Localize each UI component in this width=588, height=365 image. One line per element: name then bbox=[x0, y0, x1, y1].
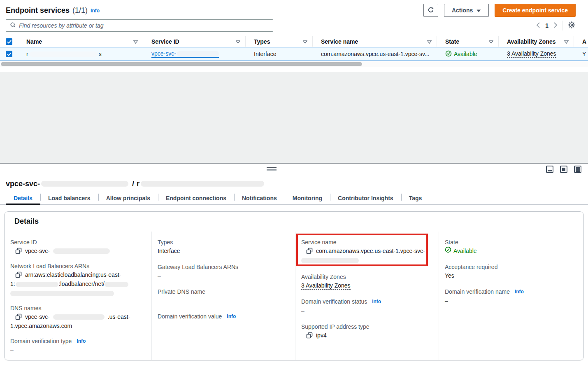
table-preferences-button[interactable] bbox=[568, 21, 576, 30]
field-service-name: Service name com.amazonaws.vpce.us-east-… bbox=[301, 238, 430, 264]
check-circle-icon bbox=[445, 246, 451, 255]
details-column-1: Service ID vpce-svc- Network Load Balanc… bbox=[5, 232, 152, 360]
redacted-lb-name bbox=[105, 282, 128, 287]
search-box[interactable] bbox=[6, 19, 273, 32]
details-column-2: Types Interface Gateway Load Balancers A… bbox=[152, 232, 295, 360]
redacted-dns bbox=[53, 314, 105, 320]
copy-icon[interactable] bbox=[15, 271, 22, 278]
horizontal-scrollbar-thumb[interactable] bbox=[1, 62, 362, 66]
availability-zones-link[interactable]: 3 Availability Zones bbox=[301, 282, 351, 290]
copy-icon[interactable] bbox=[306, 332, 313, 339]
field-state: State Available bbox=[445, 238, 575, 255]
current-page-number[interactable]: 1 bbox=[545, 22, 548, 29]
details-card: Details Service ID vpce-svc- bbox=[4, 211, 584, 360]
select-all-cell bbox=[0, 36, 18, 47]
info-link[interactable]: Info bbox=[372, 299, 381, 304]
cell-service-name: com.amazonaws.vpce.us-east-1.vpce-sv... bbox=[313, 47, 437, 61]
filter-icon[interactable] bbox=[564, 38, 569, 45]
field-acceptance-required: Acceptance required Yes bbox=[445, 263, 575, 280]
field-domain-verification-status: Domain verification status Info – bbox=[301, 297, 430, 315]
refresh-button[interactable] bbox=[423, 4, 438, 17]
caret-down-icon bbox=[476, 7, 481, 14]
search-input[interactable] bbox=[19, 22, 269, 29]
details-card-title: Details bbox=[14, 217, 39, 226]
column-header-name[interactable]: Name bbox=[18, 36, 143, 47]
horizontal-scrollbar bbox=[0, 61, 588, 67]
filter-icon[interactable] bbox=[427, 38, 432, 45]
table-section: Endpoint services (1/1) Info Actions Cre… bbox=[0, 0, 588, 73]
pagination: 1 bbox=[536, 21, 576, 30]
tab-monitoring[interactable]: Monitoring bbox=[285, 192, 330, 204]
select-all-checkbox[interactable] bbox=[6, 38, 12, 45]
cell-state: Available bbox=[437, 47, 499, 61]
tab-notifications[interactable]: Notifications bbox=[234, 192, 285, 204]
resource-count: (1/1) bbox=[72, 6, 88, 15]
next-page-button[interactable] bbox=[553, 22, 558, 29]
details-column-3: Service name com.amazonaws.vpce.us-east-… bbox=[295, 232, 439, 360]
service-id-link[interactable]: vpce-svc- bbox=[151, 50, 219, 58]
column-header-types[interactable]: Types bbox=[246, 36, 313, 47]
tab-load-balancers[interactable]: Load balancers bbox=[40, 192, 98, 204]
details-column-4: State Available Acceptance required bbox=[439, 232, 583, 360]
redacted-account-id bbox=[16, 282, 58, 287]
panel-layout-half-icon[interactable] bbox=[560, 166, 567, 173]
filter-icon[interactable] bbox=[133, 38, 138, 45]
tab-contributor-insights[interactable]: Contributor Insights bbox=[330, 192, 401, 204]
detail-panel: vpce-svc-/r Details Load balancers Allow… bbox=[0, 164, 588, 365]
dns-line2: 1.vpce.amazonaws.com bbox=[10, 321, 143, 330]
field-availability-zones: Availability Zones 3 Availability Zones bbox=[301, 273, 430, 290]
filter-icon[interactable] bbox=[303, 38, 307, 45]
panel-layout-bottom-fill bbox=[548, 170, 552, 171]
redacted-value bbox=[53, 248, 110, 254]
table-header-row: Name Service ID Types Service name State bbox=[0, 36, 588, 47]
endpoint-services-table: Name Service ID Types Service name State bbox=[0, 36, 588, 67]
redacted-lb-arn bbox=[10, 291, 114, 296]
cell-name: r s bbox=[18, 47, 143, 61]
column-header-availability-zones[interactable]: Availability Zones bbox=[499, 36, 574, 47]
copy-icon[interactable] bbox=[306, 248, 313, 254]
column-header-service-id[interactable]: Service ID bbox=[143, 36, 246, 47]
column-header-service-name[interactable]: Service name bbox=[313, 36, 437, 47]
info-link[interactable]: Info bbox=[227, 314, 236, 319]
panel-drag-handle[interactable] bbox=[267, 167, 277, 171]
info-link[interactable]: Info bbox=[515, 289, 524, 295]
info-link[interactable]: Info bbox=[77, 338, 86, 344]
gear-icon bbox=[568, 21, 576, 30]
copy-icon[interactable] bbox=[15, 314, 22, 320]
panel-layout-full-icon[interactable] bbox=[574, 166, 581, 173]
details-card-body: Service ID vpce-svc- Network Load Balanc… bbox=[5, 232, 583, 360]
drag-handle-bar bbox=[267, 169, 277, 171]
previous-page-button[interactable] bbox=[536, 22, 540, 29]
service-name-line2 bbox=[301, 255, 430, 264]
empty-table-area bbox=[0, 73, 588, 163]
details-card-header: Details bbox=[5, 212, 583, 231]
row-select-cell bbox=[0, 47, 18, 61]
create-endpoint-service-button[interactable]: Create endpoint service bbox=[495, 4, 576, 17]
availability-zones-link[interactable]: 3 Availability Zones bbox=[507, 50, 556, 58]
field-service-id: Service ID vpce-svc- bbox=[10, 238, 143, 255]
tab-allow-principals[interactable]: Allow principals bbox=[98, 192, 158, 204]
field-nlb-arns: Network Load Balancers ARNs arn:aws:elas… bbox=[10, 262, 143, 297]
actions-button[interactable]: Actions bbox=[444, 4, 489, 17]
row-checkbox[interactable] bbox=[6, 51, 12, 57]
tab-endpoint-connections[interactable]: Endpoint connections bbox=[158, 192, 234, 204]
tab-tags[interactable]: Tags bbox=[401, 192, 430, 204]
field-domain-verification-type: Domain verification type Info – bbox=[10, 337, 143, 355]
column-header-state[interactable]: State bbox=[437, 36, 499, 47]
copy-icon[interactable] bbox=[15, 248, 22, 254]
table-row-selected[interactable]: r s vpce-svc- Interface com.amazonaws.vp… bbox=[0, 47, 588, 61]
filter-icon[interactable] bbox=[489, 38, 493, 45]
check-circle-icon bbox=[445, 50, 452, 58]
column-header-partial: A bbox=[574, 36, 588, 47]
pagination-separator bbox=[562, 21, 563, 30]
tab-details[interactable]: Details bbox=[6, 192, 40, 204]
drag-handle-bar bbox=[267, 167, 277, 168]
field-dns-names: DNS names vpce-svc-.us-east- 1.vpce.amaz… bbox=[10, 304, 143, 330]
panel-layout-bottom-icon[interactable] bbox=[546, 166, 553, 173]
search-icon bbox=[10, 22, 16, 30]
field-domain-verification-value: Domain verification value Info – bbox=[158, 312, 287, 330]
filter-icon[interactable] bbox=[236, 38, 240, 45]
field-private-dns-name: Private DNS name – bbox=[158, 288, 287, 305]
header-info-link[interactable]: Info bbox=[91, 8, 100, 14]
field-domain-verification-name: Domain verification name Info – bbox=[445, 288, 575, 305]
